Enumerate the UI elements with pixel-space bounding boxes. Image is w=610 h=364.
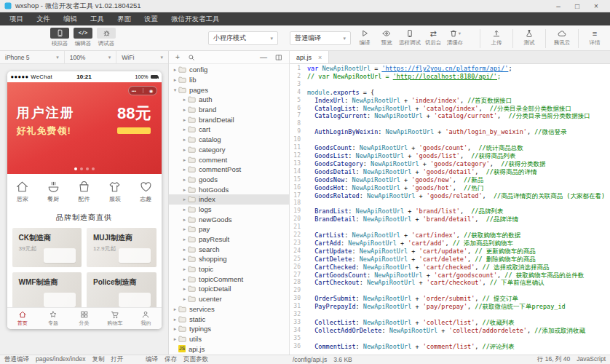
category-hobby[interactable]: 志趣 — [130, 180, 161, 203]
category-clothes[interactable]: 服装 — [100, 180, 130, 203]
line-number[interactable]: 1 — [290, 65, 307, 73]
line-number[interactable]: 23 — [290, 240, 307, 248]
tree-folder-hotGoods[interactable]: ▸hotGoods — [169, 184, 289, 194]
line-number[interactable]: 29 — [290, 287, 307, 295]
brand-card[interactable]: MUJI制造商12.9元起 — [87, 228, 157, 267]
line-number[interactable]: 18 — [290, 199, 307, 207]
tree-file-api.js[interactable]: JSapi.js — [169, 344, 289, 354]
close-button[interactable]: × — [587, 0, 606, 12]
compile-mode-select[interactable]: 普通编译 ▾ — [290, 31, 351, 45]
menu-item[interactable]: 编辑 — [57, 12, 84, 25]
category-home[interactable]: 居家 — [7, 180, 38, 203]
status-compile-mode[interactable]: 普通编译 — [4, 355, 29, 364]
line-number[interactable]: 22 — [290, 232, 307, 240]
tree-folder-brand[interactable]: ▸brand — [169, 105, 289, 115]
action-switch-background[interactable]: ⇄切后台 — [422, 28, 444, 47]
line-number[interactable]: 33 — [290, 319, 307, 327]
tree-folder-topicComment[interactable]: ▸topicComment — [169, 274, 289, 284]
line-number[interactable]: 21 — [290, 223, 307, 232]
line-number[interactable]: 32 — [290, 311, 307, 319]
tree-folder-brandDetail[interactable]: ▸brandDetail — [169, 114, 289, 124]
collapse-icon[interactable]: — — [260, 54, 267, 61]
action-compile[interactable]: 编译 — [354, 28, 376, 47]
menu-item[interactable]: 项目 — [3, 12, 30, 25]
status-copy[interactable]: 复制 — [92, 355, 105, 364]
line-number[interactable]: 30 — [290, 295, 307, 303]
status-scene[interactable]: pages/index/index — [36, 355, 86, 364]
line-number[interactable]: 36 — [290, 343, 307, 351]
tree-folder-pages[interactable]: ▾pages — [169, 84, 289, 95]
line-number[interactable]: 3 — [290, 81, 307, 89]
line-number[interactable]: 14 — [290, 168, 307, 176]
menu-dots-icon[interactable]: ••• — [132, 89, 136, 93]
category-kitchen[interactable]: 餐厨 — [38, 180, 68, 203]
line-number[interactable]: 31 — [290, 303, 307, 311]
cursor-position[interactable]: 行 16, 列 40 — [537, 355, 570, 364]
line-number[interactable]: 6 — [290, 105, 307, 113]
mini-program-capsule[interactable]: ••• ◉ — [128, 86, 157, 95]
tree-folder-payResult[interactable]: ▸payResult — [169, 234, 289, 245]
tree-folder-topic[interactable]: ▸topic — [169, 264, 289, 274]
zoom-select[interactable]: 100% ▾ — [65, 51, 117, 63]
tree-folder-config[interactable]: ▸config — [169, 65, 289, 75]
language-mode[interactable]: JavaScript — [577, 355, 606, 364]
line-number[interactable]: 12 — [290, 152, 307, 160]
close-tab-icon[interactable]: × — [318, 54, 322, 61]
menu-item[interactable]: 微信开发者工具 — [165, 12, 226, 25]
tab-topic[interactable]: 专题 — [38, 308, 68, 329]
network-select[interactable]: WiFi ▾ — [116, 51, 168, 63]
device-select[interactable]: iPhone 5 ▾ — [0, 51, 65, 63]
tree-folder-auth[interactable]: ▸auth — [169, 95, 289, 105]
status-page-params[interactable]: 页面参数 — [183, 355, 208, 364]
line-number[interactable]: 9 — [290, 128, 307, 136]
tab-api-js[interactable]: api.js × — [290, 51, 329, 63]
line-number[interactable]: 5 — [290, 97, 307, 105]
menu-item[interactable]: 界面 — [111, 12, 138, 25]
tree-folder-cart[interactable]: ▸cart — [169, 124, 289, 135]
line-number[interactable]: 25 — [290, 256, 307, 264]
minimize-button[interactable]: – — [549, 0, 568, 12]
status-save[interactable]: 保存 — [165, 355, 177, 364]
line-number[interactable]: 27 — [290, 272, 307, 280]
line-number[interactable]: 13 — [290, 160, 307, 168]
line-number[interactable]: 10 — [290, 136, 307, 144]
tree-folder-category[interactable]: ▸category — [169, 145, 289, 155]
maximize-button[interactable]: □ — [568, 0, 587, 12]
tree-folder-index[interactable]: ▸index — [169, 194, 289, 205]
tree-folder-topicDetail[interactable]: ▸topicDetail — [169, 284, 289, 294]
status-compile[interactable]: 编译 — [146, 355, 158, 364]
line-number[interactable]: 28 — [290, 279, 307, 287]
menu-item[interactable]: 设置 — [138, 12, 165, 25]
menu-item[interactable]: 工具 — [84, 12, 111, 25]
line-number[interactable]: 34 — [290, 327, 307, 335]
promo-banner[interactable]: ••• ◉ 用户注册 好礼免费领! 88元 — [7, 82, 162, 174]
line-number[interactable]: 26 — [290, 264, 307, 272]
tree-folder-pay[interactable]: ▸pay — [169, 224, 289, 234]
exit-icon[interactable]: ◉ — [149, 89, 153, 93]
status-open[interactable]: 打开 — [111, 355, 124, 364]
line-number[interactable]: 15 — [290, 176, 307, 184]
tree-folder-shopping[interactable]: ▸shopping — [169, 254, 289, 264]
tab-cart[interactable]: 购物车 — [100, 308, 130, 329]
tree-folder-goods[interactable]: ▸goods — [169, 175, 289, 185]
mode-select[interactable]: 小程序模式 ▾ — [208, 31, 278, 45]
line-number[interactable]: 35 — [290, 335, 307, 343]
line-number[interactable]: 7 — [290, 112, 307, 120]
add-file-icon[interactable]: + — [175, 54, 180, 61]
tree-folder-newGoods[interactable]: ▸newGoods — [169, 214, 289, 224]
action-details[interactable]: ≡详情 — [584, 28, 606, 47]
tree-folder-comment[interactable]: ▸comment — [169, 154, 289, 165]
tree-folder-utils[interactable]: ▸utils — [169, 334, 289, 344]
action-remote-debug[interactable]: 远程调试 — [397, 28, 422, 47]
line-number[interactable]: 8 — [290, 120, 307, 128]
line-number[interactable]: 17 — [290, 192, 307, 200]
toggle-debugger[interactable]: 调试器 — [96, 28, 116, 47]
toggle-editor[interactable]: </>编辑器 — [73, 28, 93, 47]
line-number[interactable]: 20 — [290, 215, 307, 223]
action-preview[interactable]: 预览 — [376, 28, 397, 47]
brand-card[interactable]: CK制造商39元起 — [12, 228, 82, 267]
category-accessories[interactable]: 配件 — [68, 180, 99, 203]
line-number[interactable]: 2 — [290, 73, 307, 81]
tree-folder-commentPost[interactable]: ▸commentPost — [169, 165, 289, 175]
tree-folder-services[interactable]: ▸services — [169, 304, 289, 314]
